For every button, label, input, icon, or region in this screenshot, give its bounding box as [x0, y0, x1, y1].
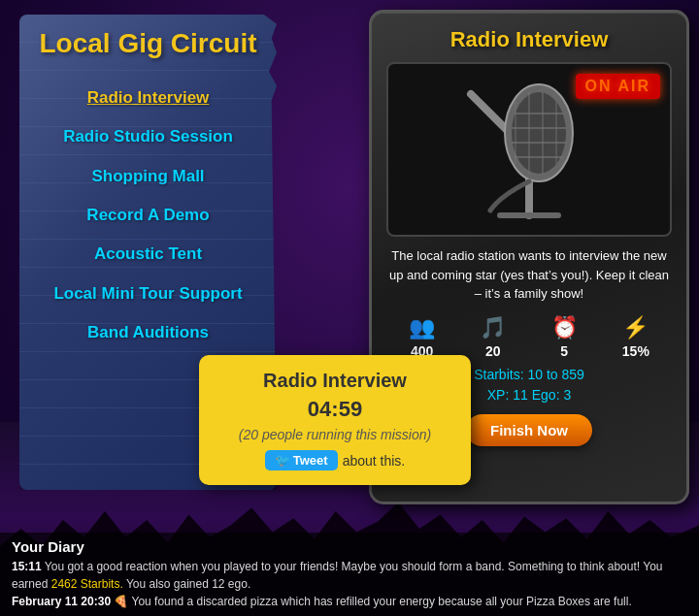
- xp-label: XP:: [487, 387, 513, 403]
- right-panel-title: Radio Interview: [386, 27, 672, 52]
- ego-label: Ego:: [528, 387, 564, 403]
- diary-entry-1: 15:11 You got a good reaction when you p…: [12, 558, 687, 593]
- sidebar-item-radio-interview[interactable]: Radio Interview: [29, 79, 267, 117]
- diary-timestamp-1: 15:11: [12, 560, 42, 573]
- sidebar-item-band-auditions[interactable]: Band Auditions: [29, 313, 267, 352]
- fans-icon: 👥: [409, 315, 435, 340]
- sidebar-item-record-a-demo[interactable]: Record A Demo: [29, 196, 267, 235]
- runners-text: (20 people running this mission): [239, 427, 431, 442]
- diary-section: Your Diary 15:11 You got a good reaction…: [0, 533, 699, 616]
- finish-now-button[interactable]: Finish Now: [466, 414, 592, 446]
- starbits-label: Starbits:: [474, 367, 527, 382]
- energy-icon: ⚡: [622, 315, 649, 340]
- tweet-suffix: about this.: [343, 453, 406, 469]
- diary-pizza-icon: 🍕: [114, 595, 131, 608]
- popup-timer: 04:59: [214, 397, 456, 422]
- diary-entry1-suffix: You also gained 12 ego.: [126, 577, 250, 591]
- sidebar-item-local-mini-tour-support[interactable]: Local Mini Tour Support: [29, 275, 267, 313]
- tweet-row: 🐦 Tweet about this.: [214, 450, 456, 470]
- ego-value: 3: [563, 387, 571, 403]
- tweet-button[interactable]: 🐦 Tweet: [265, 450, 338, 470]
- diary-date-2: February 11 20:30: [12, 595, 111, 608]
- time-value: 5: [560, 343, 568, 359]
- xp-value: 11: [513, 387, 528, 403]
- stat-time: ⏰ 5: [551, 315, 578, 359]
- sidebar-item-shopping-mall[interactable]: Shopping Mall: [29, 157, 267, 196]
- starbits-range: 10 to 859: [527, 367, 583, 382]
- stat-energy: ⚡ 15%: [622, 315, 649, 359]
- stat-skill: 🎵 20: [480, 315, 506, 359]
- time-icon: ⏰: [551, 315, 578, 340]
- diary-title: Your Diary: [12, 538, 687, 555]
- sidebar-item-radio-studio-session[interactable]: Radio Studio Session: [29, 117, 267, 156]
- diary-starbits: 2462 Starbits.: [51, 577, 123, 591]
- panel-title: Local Gig Circuit: [29, 29, 267, 59]
- popup-title: Radio Interview: [214, 370, 456, 392]
- twitter-bird-icon: 🐦: [275, 453, 290, 468]
- popup-runners: (20 people running this mission): [214, 427, 456, 442]
- svg-point-4: [512, 92, 566, 174]
- tweet-btn-label: Tweet: [293, 453, 328, 468]
- skill-icon: 🎵: [480, 315, 506, 340]
- mission-description: The local radio station wants to intervi…: [386, 246, 672, 304]
- energy-value: 15%: [622, 343, 649, 359]
- diary-entry-2: February 11 20:30 🍕 You found a discarde…: [12, 593, 687, 610]
- on-air-sign: ON AIR: [576, 74, 660, 99]
- diary-entry2-text: You found a discarded pizza which has re…: [132, 595, 632, 608]
- popup-card: Radio Interview 04:59 (20 people running…: [199, 355, 471, 485]
- radio-image-area: ON AIR: [386, 62, 672, 237]
- skill-value: 20: [485, 343, 501, 359]
- sidebar-item-acoustic-tent[interactable]: Acoustic Tent: [29, 235, 267, 274]
- stat-fans: 👥 400: [409, 315, 435, 359]
- stats-row: 👥 400 🎵 20 ⏰ 5 ⚡ 15%: [386, 315, 672, 359]
